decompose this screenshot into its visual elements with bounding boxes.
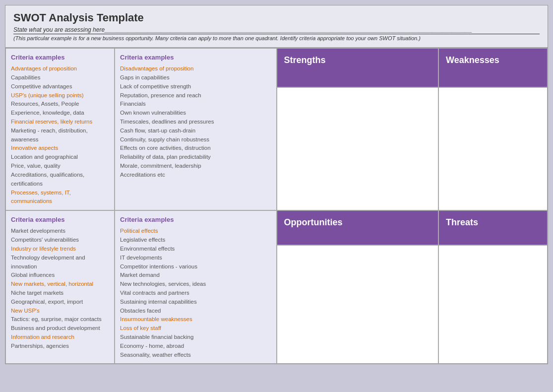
list-item: Partnerships, agencies [11,342,109,351]
weaknesses-body[interactable] [438,87,548,211]
list-item: Innovative aspects [11,144,109,153]
list-item: Tactics: eg, surprise, major contacts [11,315,109,324]
list-item: Competitive advantages [11,82,109,91]
list-item: Reliability of data, plan predictability [120,153,271,162]
bottom-right-title: Criteria examples [120,215,271,225]
list-item: Industry or lifestyle trends [11,245,109,254]
list-item: New technologies, services, ideas [120,280,271,289]
list-item: Accreditations, qualifications, certific… [11,171,109,189]
note: (This particular example is for a new bu… [13,35,540,41]
list-item: USP's (unique selling points) [11,91,109,100]
bottom-left-title: Criteria examples [11,215,109,225]
weaknesses-header: Weaknesses [438,48,548,87]
list-item: Market developments [11,227,109,236]
list-item: Experience, knowledge, data [11,109,109,118]
list-item: Location and geographical [11,153,109,162]
list-item: Sustaining internal capabilities [120,298,271,307]
list-item: Capabilities [11,73,109,82]
list-item: Morale, commitment, leadership [120,162,271,171]
list-item: Financial reserves, likely returns [11,118,109,127]
swot-container: SWOT Analysis Template State what you ar… [5,5,548,364]
list-item: Own known vulnerabilities [120,109,271,118]
list-item: Loss of key staff [120,324,271,333]
list-item: New markets, vertical, horizontal [11,280,109,289]
main-title: SWOT Analysis Template [13,11,540,24]
list-item: Technology development and innovation [11,254,109,271]
list-item: Insurmountable weaknesses [120,315,271,324]
list-item: Sustainable financial backing [120,333,271,342]
list-item: Political effects [120,227,271,236]
swot-grid: Criteria examplesAdvantages of propositi… [5,48,548,364]
header: SWOT Analysis Template State what you ar… [5,5,548,48]
list-item: Marketing - reach, distribution, awarene… [11,127,109,144]
list-item: Environmental effects [120,245,271,254]
threats-body[interactable] [438,245,548,364]
list-item: Niche target markets [11,289,109,298]
list-item: Lack of competitive strength [120,82,271,91]
list-item: Legislative effects [120,236,271,245]
list-item: Advantages of proposition [11,65,109,73]
list-item: Competitor intentions - various [120,262,271,271]
strengths-body[interactable] [277,87,439,211]
list-item: Financials [120,100,271,109]
list-item: Competitors' vulnerabilities [11,236,109,245]
list-item: Processes, systems, IT, communications [11,189,109,206]
list-item: Information and research [11,333,109,342]
list-item: Business and product development [11,324,109,333]
top-left-title: Criteria examples [11,53,109,63]
top-right-title: Criteria examples [120,53,271,63]
list-item: New USP's [11,307,109,316]
list-item: Reputation, presence and reach [120,91,271,100]
list-item: Market demand [120,271,271,280]
opportunities-header: Opportunities [277,210,439,245]
list-item: Price, value, quality [11,162,109,171]
subtitle: State what you are assessing here_______… [13,26,540,34]
bottom-right-criteria: Criteria examplesPolitical effectsLegisl… [115,210,277,364]
list-item: IT developments [120,254,271,262]
top-left-criteria: Criteria examplesAdvantages of propositi… [5,48,115,210]
list-item: Disadvantages of proposition [120,65,271,73]
strengths-header: Strengths [277,48,439,87]
list-item: Geographical, export, import [11,298,109,307]
bottom-left-criteria: Criteria examplesMarket developmentsComp… [5,210,115,364]
list-item: Resources, Assets, People [11,100,109,109]
list-item: Accreditations etc [120,171,271,180]
list-item: Seasonality, weather effects [120,351,271,360]
list-item: Economy - home, abroad [120,342,271,351]
opportunities-body[interactable] [277,245,439,364]
list-item: Vital contracts and partners [120,289,271,298]
list-item: Global influences [11,271,109,280]
list-item: Timescales, deadlines and pressures [120,118,271,127]
list-item: Effects on core activities, distruction [120,144,271,153]
top-right-criteria: Criteria examplesDisadvantages of propos… [115,48,277,210]
list-item: Continuity, supply chain robustness [120,135,271,144]
threats-header: Threats [438,210,548,245]
list-item: Gaps in capabilities [120,73,271,82]
list-item: Obstacles faced [120,307,271,316]
list-item: Cash flow, start-up cash-drain [120,127,271,135]
